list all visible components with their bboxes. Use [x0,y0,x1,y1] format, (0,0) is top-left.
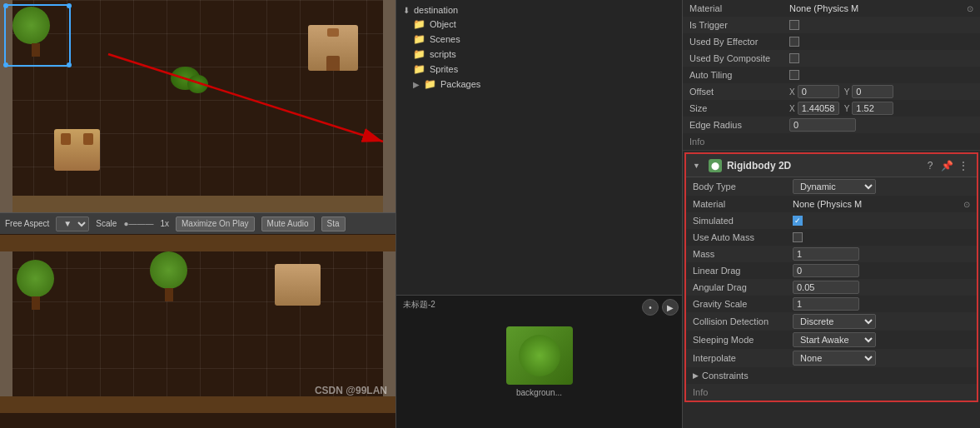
mass-input[interactable] [793,247,859,261]
folder-label-scenes: Scenes [430,34,460,44]
aspect-select[interactable]: ▼ [56,216,89,231]
game-viewport-top [0,0,395,233]
folder-label-object: Object [430,19,456,29]
rb-material-circle-icon: ⊙ [963,200,970,209]
tree-bottom-mid [146,251,192,301]
maximize-on-play-btn[interactable]: Maximize On Play [176,216,255,231]
rigidbody-collapse-arrow[interactable]: ▼ [693,162,700,170]
file-browser: ⬇ destination 📁 Object 📁 Scenes 📁 script… [396,0,682,295]
size-label: Size [689,103,789,113]
folder-label-packages: Packages [440,79,480,89]
auto-tiling-label: Auto Tiling [689,70,789,80]
used-by-effector-checkbox[interactable] [789,37,799,47]
material-value: None (Physics M [789,3,967,13]
info-collider-row: Info [683,133,980,150]
stats-btn[interactable]: Sta [321,216,346,231]
used-by-effector-label: Used By Effector [689,37,789,47]
used-by-composite-label: Used By Composite [689,53,789,63]
scale-value: 1x [160,219,169,228]
sleeping-mode-label: Sleeping Mode [693,335,793,345]
angular-drag-label: Angular Drag [693,282,793,292]
linear-drag-input[interactable] [793,264,859,277]
offset-x-label: X [789,87,795,97]
interpolate-label: Interpolate [693,353,793,363]
use-auto-mass-checkbox[interactable] [793,232,803,242]
simulated-row: Simulated [686,212,977,229]
is-trigger-row: Is Trigger [683,17,980,33]
simulated-checkbox[interactable] [793,216,803,226]
edge-radius-row: Edge Radius [683,117,980,133]
gravity-scale-row: Gravity Scale [686,296,977,312]
edge-radius-input[interactable] [789,118,856,132]
size-x-input[interactable] [798,102,839,115]
rigidbody-pin-btn[interactable]: 📌 [940,159,953,172]
size-row: Size X Y [683,100,980,117]
size-x-label: X [789,104,795,113]
mute-audio-btn[interactable]: Mute Audio [261,216,315,231]
used-by-composite-checkbox[interactable] [789,53,799,63]
auto-tiling-checkbox[interactable] [789,70,799,80]
offset-x-field: X [789,85,839,98]
preview-label: backgroun... [516,388,562,397]
sleeping-mode-select[interactable]: Start Awake Never Sleep Start Sleeping [793,332,876,347]
body-type-row: Body Type Dynamic Kinematic Static [686,177,977,196]
gravity-scale-label: Gravity Scale [693,299,793,309]
constraints-label: Constraints [702,371,802,381]
selection-box [4,4,71,67]
constraints-arrow[interactable]: ▶ [693,371,699,380]
offset-row: Offset X Y [683,83,980,100]
linear-drag-row: Linear Drag [686,262,977,279]
wall-tile-left [0,235,12,413]
interpolate-select[interactable]: None Interpolate Extrapolate [793,351,876,366]
folder-scenes[interactable]: 📁 Scenes [400,32,679,47]
angular-drag-input[interactable] [793,281,859,294]
preview-area: • ▶ 未标题-2 backgroun... [396,295,682,428]
folder-label-scripts: scripts [430,49,456,59]
preview-tab-label: 未标题-2 [403,299,435,311]
rigidbody-question-btn[interactable]: ? [923,159,937,172]
use-auto-mass-label: Use Auto Mass [693,232,793,242]
size-y-input[interactable] [852,102,893,115]
folder-object[interactable]: 📁 Object [400,17,679,32]
info-collider-label: Info [689,137,789,147]
collision-detection-label: Collision Detection [693,316,793,326]
offset-y-input[interactable] [852,85,893,98]
tree-bottom-left [12,260,58,310]
building-sprite [54,129,100,171]
preview-dot-btn[interactable]: • [642,299,659,316]
rb-material-label: Material [693,199,793,209]
folder-sprites[interactable]: 📁 Sprites [400,62,679,77]
building-sprite-2 [308,25,358,71]
body-type-label: Body Type [693,182,793,192]
used-by-effector-row: Used By Effector [683,33,980,50]
offset-y-label: Y [844,87,850,97]
offset-x-input[interactable] [798,85,839,98]
offset-xy: X Y [789,85,893,98]
body-type-select[interactable]: Dynamic Kinematic Static [793,179,876,194]
floor-top [0,235,395,251]
size-y-label: Y [844,104,850,113]
gravity-scale-input[interactable] [793,297,859,311]
edge-radius-label: Edge Radius [689,120,789,130]
material-row: Material None (Physics M ⊙ [683,0,980,17]
size-xy: X Y [789,102,893,115]
use-auto-mass-row: Use Auto Mass [686,229,977,246]
is-trigger-checkbox[interactable] [789,20,799,30]
used-by-composite-row: Used By Composite [683,50,980,67]
folder-packages[interactable]: ▶ 📁 Packages [400,77,679,92]
collider-section: Material None (Physics M ⊙ Is Trigger Us… [683,0,980,151]
sleeping-mode-row: Sleeping Mode Start Awake Never Sleep St… [686,331,977,349]
linear-drag-label: Linear Drag [693,266,793,276]
auto-tiling-row: Auto Tiling [683,67,980,83]
rigidbody-menu-btn[interactable]: ⋮ [957,159,970,172]
collision-detection-row: Collision Detection Discrete Continuous [686,312,977,331]
angular-drag-row: Angular Drag [686,279,977,296]
preview-play-btn[interactable]: ▶ [662,299,679,316]
file-destination[interactable]: ⬇ destination [400,3,679,17]
preview-controls: • ▶ [642,299,679,316]
rigidbody-header: ▼ ⬤ Rigidbody 2D ? 📌 ⋮ [686,154,977,177]
constraints-row: ▶ Constraints [686,367,977,384]
rigidbody-icon: ⬤ [709,159,722,172]
folder-scripts[interactable]: 📁 scripts [400,47,679,62]
collision-detection-select[interactable]: Discrete Continuous [793,314,876,329]
